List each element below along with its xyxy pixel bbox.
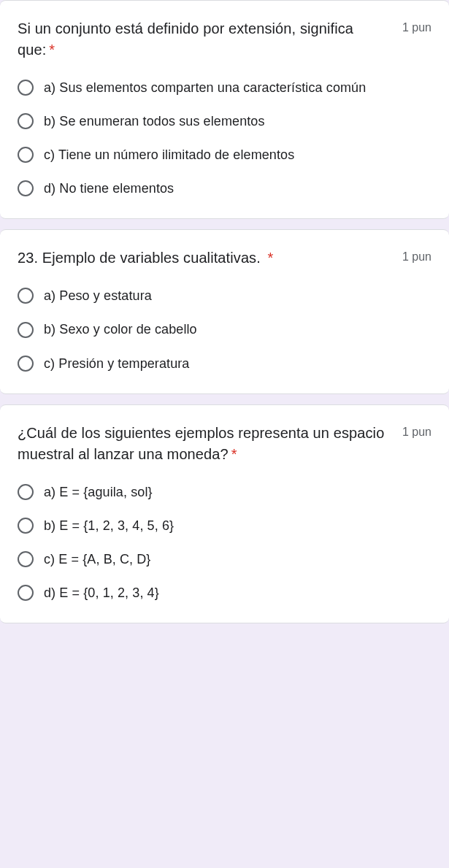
option-label: b) Sexo y color de cabello — [44, 320, 197, 339]
option-label: b) E = {1, 2, 3, 4, 5, 6} — [44, 516, 174, 535]
question-title: ¿Cuál de los siguientes ejemplos represe… — [18, 425, 384, 462]
radio-option[interactable]: b) E = {1, 2, 3, 4, 5, 6} — [18, 516, 431, 535]
option-label: a) Sus elementos comparten una caracterí… — [44, 78, 366, 97]
question-title: Si un conjunto está definido por extensi… — [18, 20, 353, 58]
radio-icon — [18, 518, 34, 534]
radio-option[interactable]: c) E = {A, B, C, D} — [18, 550, 431, 569]
option-label: a) E = {aguila, sol} — [44, 483, 153, 502]
radio-icon — [18, 356, 34, 372]
question-header: ¿Cuál de los siguientes ejemplos represe… — [18, 423, 431, 465]
radio-icon — [18, 585, 34, 601]
radio-icon — [18, 80, 34, 96]
question-card: ¿Cuál de los siguientes ejemplos represe… — [0, 404, 449, 623]
radio-icon — [18, 180, 34, 196]
radio-option[interactable]: a) E = {aguila, sol} — [18, 483, 431, 502]
radio-option[interactable]: d) No tiene elementos — [18, 179, 431, 198]
question-header: 23. Ejemplo de variables cualitativas. *… — [18, 247, 431, 269]
question-title: 23. Ejemplo de variables cualitativas. — [18, 250, 261, 266]
option-label: c) Tiene un número ilimitado de elemento… — [44, 145, 294, 164]
option-label: d) No tiene elementos — [44, 179, 174, 198]
question-header: Si un conjunto está definido por extensi… — [18, 18, 431, 61]
radio-icon — [18, 484, 34, 500]
option-label: d) E = {0, 1, 2, 3, 4} — [44, 583, 159, 602]
question-text: 23. Ejemplo de variables cualitativas. * — [18, 247, 391, 269]
required-asterisk: * — [268, 250, 274, 266]
points-label: 1 pun — [402, 21, 431, 34]
radio-icon — [18, 147, 34, 163]
question-text: ¿Cuál de los siguientes ejemplos represe… — [18, 423, 391, 465]
radio-option[interactable]: d) E = {0, 1, 2, 3, 4} — [18, 583, 431, 602]
question-card: 23. Ejemplo de variables cualitativas. *… — [0, 229, 449, 393]
radio-icon — [18, 551, 34, 567]
radio-option[interactable]: b) Se enumeran todos sus elementos — [18, 112, 431, 131]
options-group: a) Peso y estatura b) Sexo y color de ca… — [18, 286, 431, 372]
radio-option[interactable]: a) Sus elementos comparten una caracterí… — [18, 78, 431, 97]
points-label: 1 pun — [402, 250, 431, 264]
option-label: b) Se enumeran todos sus elementos — [44, 112, 265, 131]
radio-option[interactable]: a) Peso y estatura — [18, 286, 431, 305]
option-label: a) Peso y estatura — [44, 286, 152, 305]
question-card: Si un conjunto está definido por extensi… — [0, 0, 449, 219]
option-label: c) E = {A, B, C, D} — [44, 550, 150, 569]
radio-option[interactable]: c) Presión y temperatura — [18, 354, 431, 373]
options-group: a) E = {aguila, sol} b) E = {1, 2, 3, 4,… — [18, 483, 431, 602]
question-text: Si un conjunto está definido por extensi… — [18, 18, 391, 61]
radio-option[interactable]: b) Sexo y color de cabello — [18, 320, 431, 339]
radio-icon — [18, 322, 34, 338]
option-label: c) Presión y temperatura — [44, 354, 189, 373]
required-asterisk: * — [49, 42, 55, 58]
radio-icon — [18, 288, 34, 304]
radio-icon — [18, 113, 34, 129]
radio-option[interactable]: c) Tiene un número ilimitado de elemento… — [18, 145, 431, 164]
options-group: a) Sus elementos comparten una caracterí… — [18, 78, 431, 198]
required-asterisk: * — [231, 446, 237, 462]
points-label: 1 pun — [402, 426, 431, 439]
